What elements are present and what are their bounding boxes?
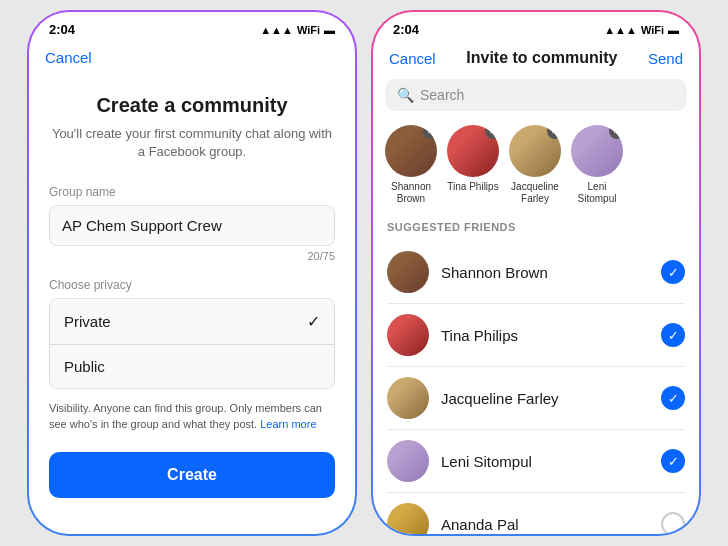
search-placeholder: Search (420, 87, 464, 103)
privacy-option-private[interactable]: Private ✓ (50, 299, 334, 345)
friend-name-2: Jacqueline Farley (441, 390, 649, 407)
friend-avatar-4 (387, 503, 429, 534)
privacy-label: Choose privacy (49, 278, 335, 292)
friend-name-4: Ananda Pal (441, 516, 649, 533)
cancel-button-right[interactable]: Cancel (389, 50, 436, 67)
sel-avatar-img-0: ✕ (385, 125, 437, 177)
sel-avatar-img-3: ✕ (571, 125, 623, 177)
friend-check-3[interactable]: ✓ (661, 449, 685, 473)
time-right: 2:04 (393, 22, 419, 37)
friend-name-0: Shannon Brown (441, 264, 649, 281)
sel-avatar-name-1: Tina Philips (447, 181, 498, 193)
friend-name-3: Leni Sitompul (441, 453, 649, 470)
friend-check-4[interactable] (661, 512, 685, 534)
remove-avatar-1[interactable]: ✕ (485, 125, 499, 139)
search-bar[interactable]: 🔍 Search (385, 79, 687, 111)
send-button[interactable]: Send (648, 50, 683, 67)
wifi-icon: WiFi (297, 24, 320, 36)
nav-bar-right: Cancel Invite to community Send (373, 41, 699, 79)
private-label: Private (64, 313, 111, 330)
selected-avatar-0: ✕ Shannon Brown (385, 125, 437, 205)
selected-avatar-2: ✕ Jacqueline Farley (509, 125, 561, 205)
battery-icon: ▬ (324, 24, 335, 36)
search-icon: 🔍 (397, 87, 414, 103)
status-icons-right: ▲▲▲ WiFi ▬ (604, 24, 679, 36)
sel-avatar-img-1: ✕ (447, 125, 499, 177)
friend-avatar-1 (387, 314, 429, 356)
friend-check-2[interactable]: ✓ (661, 386, 685, 410)
create-subtitle: You'll create your first community chat … (49, 125, 335, 161)
selected-avatar-1: ✕ Tina Philips (447, 125, 499, 205)
friend-item-4[interactable]: Ananda Pal (373, 493, 699, 534)
selected-avatar-3: ✕ Leni Sitompul (571, 125, 623, 205)
friend-name-1: Tina Philips (441, 327, 649, 344)
friend-avatar-3 (387, 440, 429, 482)
sel-avatar-name-0: Shannon Brown (385, 181, 437, 205)
left-phone: 2:04 ▲▲▲ WiFi ▬ Cancel Create a communit… (27, 10, 357, 536)
battery-icon-r: ▬ (668, 24, 679, 36)
sel-avatar-name-3: Leni Sitompul (571, 181, 623, 205)
signal-icon-r: ▲▲▲ (604, 24, 637, 36)
friend-list: Shannon Brown ✓ Tina Philips ✓ Jacquelin… (373, 241, 699, 534)
create-title: Create a community (49, 94, 335, 117)
selected-avatars-row: ✕ Shannon Brown ✕ Tina Philips ✕ Jacquel… (373, 121, 699, 217)
status-bar-left: 2:04 ▲▲▲ WiFi ▬ (29, 12, 355, 41)
friend-avatar-0 (387, 251, 429, 293)
group-name-input[interactable]: AP Chem Support Crew (49, 205, 335, 246)
cancel-button-left[interactable]: Cancel (45, 49, 92, 66)
invite-title: Invite to community (466, 49, 617, 67)
visibility-text: Visibility. Anyone can find this group. … (49, 401, 335, 432)
friend-item-2[interactable]: Jacqueline Farley ✓ (373, 367, 699, 429)
friend-check-0[interactable]: ✓ (661, 260, 685, 284)
friend-item-1[interactable]: Tina Philips ✓ (373, 304, 699, 366)
privacy-option-public[interactable]: Public (50, 345, 334, 388)
remove-avatar-0[interactable]: ✕ (423, 125, 437, 139)
suggested-friends-label: SUGGESTED FRIENDS (373, 217, 699, 241)
learn-more-link[interactable]: Learn more (260, 418, 316, 430)
right-phone: 2:04 ▲▲▲ WiFi ▬ Cancel Invite to communi… (371, 10, 701, 536)
friend-check-1[interactable]: ✓ (661, 323, 685, 347)
create-community-content: Create a community You'll create your fi… (29, 78, 355, 534)
privacy-options: Private ✓ Public (49, 298, 335, 389)
status-icons-left: ▲▲▲ WiFi ▬ (260, 24, 335, 36)
remove-avatar-2[interactable]: ✕ (547, 125, 561, 139)
group-name-label: Group name (49, 185, 335, 199)
private-check: ✓ (307, 312, 320, 331)
time-left: 2:04 (49, 22, 75, 37)
char-count: 20/75 (49, 250, 335, 262)
status-bar-right: 2:04 ▲▲▲ WiFi ▬ (373, 12, 699, 41)
friend-item-3[interactable]: Leni Sitompul ✓ (373, 430, 699, 492)
sel-avatar-name-2: Jacqueline Farley (509, 181, 561, 205)
create-button[interactable]: Create (49, 452, 335, 498)
wifi-icon-r: WiFi (641, 24, 664, 36)
signal-icon: ▲▲▲ (260, 24, 293, 36)
friend-item-0[interactable]: Shannon Brown ✓ (373, 241, 699, 303)
remove-avatar-3[interactable]: ✕ (609, 125, 623, 139)
sel-avatar-img-2: ✕ (509, 125, 561, 177)
nav-bar-left: Cancel (29, 41, 355, 78)
public-label: Public (64, 358, 105, 375)
friend-avatar-2 (387, 377, 429, 419)
